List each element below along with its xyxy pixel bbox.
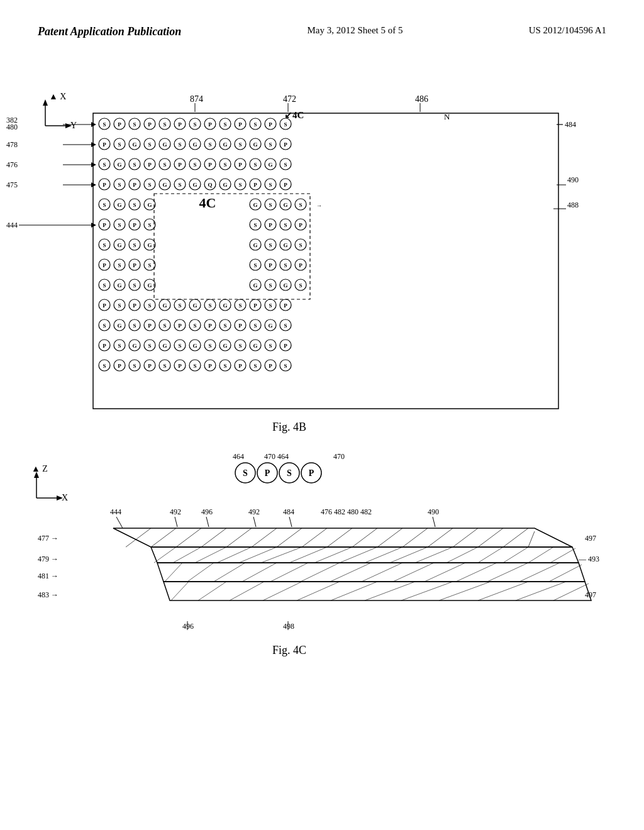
svg-line-358 xyxy=(302,528,327,547)
svg-text:481 →: 481 → xyxy=(38,572,58,580)
svg-line-405 xyxy=(365,582,415,600)
grid-row-6: 444 P S P S S P S P xyxy=(6,219,306,230)
svg-text:S: S xyxy=(269,141,272,148)
svg-text:476: 476 xyxy=(6,160,18,169)
svg-text:S: S xyxy=(208,343,211,349)
svg-line-399 xyxy=(171,582,189,600)
label-874: 874 xyxy=(190,94,203,104)
svg-text:S: S xyxy=(193,363,196,369)
svg-line-352 xyxy=(151,528,176,547)
svg-text:477 →: 477 → xyxy=(38,534,58,543)
fig4c-side-labels-right: 497 — 493 497 xyxy=(578,534,599,599)
svg-text:P: P xyxy=(103,222,106,228)
svg-line-374 xyxy=(289,547,327,563)
svg-text:4C: 4C xyxy=(199,195,216,211)
svg-text:S: S xyxy=(269,302,272,309)
svg-text:S: S xyxy=(223,323,226,329)
svg-text:G: G xyxy=(223,182,227,188)
svg-text:S: S xyxy=(299,242,302,248)
svg-text:P: P xyxy=(269,262,272,268)
svg-text:S: S xyxy=(284,262,287,268)
svg-text:S: S xyxy=(148,141,151,148)
svg-text:G: G xyxy=(117,202,121,208)
svg-line-382 xyxy=(503,547,528,563)
svg-text:P: P xyxy=(148,162,152,168)
svg-line-404 xyxy=(331,582,377,600)
svg-line-353 xyxy=(176,528,201,547)
svg-text:S: S xyxy=(269,282,272,289)
svg-text:S: S xyxy=(133,323,136,329)
svg-text:S: S xyxy=(148,343,151,349)
svg-text:S: S xyxy=(253,323,257,329)
svg-line-359 xyxy=(327,528,352,547)
svg-text:G: G xyxy=(117,242,121,248)
svg-text:G: G xyxy=(253,242,257,248)
svg-text:S: S xyxy=(163,121,166,128)
svg-text:▲ Z: ▲ Z xyxy=(31,464,48,473)
svg-text:P: P xyxy=(103,302,106,309)
grid-row-2: 478 P S G S G S G S G S G S P xyxy=(6,138,291,150)
svg-text:S: S xyxy=(133,162,136,168)
grid-row-3: 476 S G S P S P S P S P S G S xyxy=(6,158,291,170)
svg-line-376 xyxy=(340,547,377,563)
svg-text:G: G xyxy=(223,302,227,309)
svg-text:S: S xyxy=(133,282,136,289)
svg-text:S: S xyxy=(253,363,257,369)
svg-text:S: S xyxy=(193,162,196,168)
svg-line-392 xyxy=(362,563,402,582)
svg-text:G: G xyxy=(192,343,197,349)
svg-line-402 xyxy=(263,582,302,600)
svg-marker-10 xyxy=(91,122,96,127)
svg-text:S: S xyxy=(118,302,121,309)
svg-line-377 xyxy=(365,547,402,563)
svg-text:S: S xyxy=(103,162,106,168)
svg-text:S: S xyxy=(238,302,242,309)
svg-text:S: S xyxy=(148,222,151,228)
svg-text:S: S xyxy=(269,343,272,349)
svg-line-373 xyxy=(261,547,302,563)
grid-row-12: P S G S G S G S G S G S P xyxy=(99,340,291,351)
svg-text:S: S xyxy=(284,323,287,329)
svg-text:G: G xyxy=(117,162,121,168)
grid-row-8: P S P S S P S P xyxy=(99,259,306,270)
svg-line-354 xyxy=(201,528,226,547)
svg-line-410 xyxy=(553,584,589,600)
svg-text:497: 497 xyxy=(585,590,596,599)
svg-text:S: S xyxy=(284,363,287,369)
svg-line-357 xyxy=(277,528,302,547)
svg-text:S: S xyxy=(193,323,196,329)
svg-line-387 xyxy=(214,563,245,582)
svg-text:G: G xyxy=(192,141,197,148)
svg-text:G: G xyxy=(132,141,136,148)
grid-row-10: P S P S G S G S G S P S P xyxy=(99,299,291,311)
svg-text:S: S xyxy=(284,162,287,168)
svg-text:P: P xyxy=(253,182,257,188)
svg-text:S: S xyxy=(178,302,181,309)
svg-text:G: G xyxy=(192,182,197,188)
svg-line-407 xyxy=(439,582,491,600)
svg-text:P: P xyxy=(148,121,152,128)
svg-text:G: G xyxy=(192,302,197,309)
svg-text:P: P xyxy=(265,468,270,478)
svg-line-366 xyxy=(503,528,528,547)
svg-text:P: P xyxy=(208,162,212,168)
svg-line-369 xyxy=(173,547,201,563)
svg-text:S: S xyxy=(133,363,136,369)
symbol-row-top: 464 470 464 470 S P S P xyxy=(233,452,345,483)
svg-line-362 xyxy=(402,528,428,547)
svg-text:492: 492 xyxy=(248,507,260,516)
svg-text:P: P xyxy=(178,323,182,329)
svg-text:S: S xyxy=(178,343,181,349)
svg-text:S: S xyxy=(243,468,248,478)
grid-row-11: S G S P S P S P S P S G S xyxy=(99,319,291,331)
svg-text:444: 444 xyxy=(110,507,121,516)
svg-text:G: G xyxy=(223,141,227,148)
svg-text:S: S xyxy=(284,222,287,228)
svg-text:476 482 480 482: 476 482 480 482 xyxy=(321,507,372,516)
svg-text:Y: Y xyxy=(70,121,77,130)
grid-row-13: S P S P S P S P S P S P S xyxy=(99,360,291,371)
svg-line-375 xyxy=(314,547,352,563)
svg-text:S: S xyxy=(118,182,121,188)
svg-text:P: P xyxy=(133,302,136,309)
svg-line-378 xyxy=(390,547,428,563)
